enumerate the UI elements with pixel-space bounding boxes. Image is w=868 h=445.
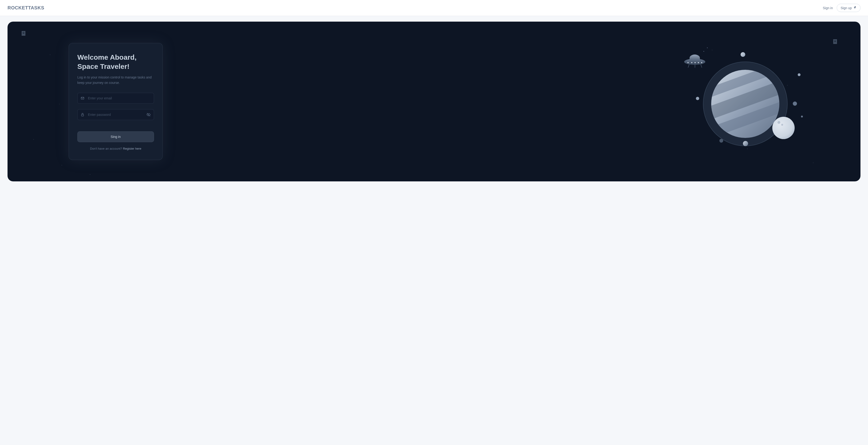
login-card: Welcome Aboard, Space Traveler! Log in t… xyxy=(69,43,163,160)
signin-submit-button[interactable]: Sing in xyxy=(78,131,154,142)
star-icon xyxy=(833,39,837,44)
star-icon xyxy=(813,163,813,163)
rocket-icon xyxy=(853,6,857,10)
main-container: Welcome Aboard, Space Traveler! Log in t… xyxy=(0,16,868,187)
planet-illustration xyxy=(696,50,799,153)
signup-button[interactable]: Sign up xyxy=(837,4,861,12)
mail-icon xyxy=(81,96,84,100)
register-prompt-text: Don't have an account? xyxy=(90,147,123,150)
password-input[interactable] xyxy=(78,109,154,120)
email-input-group xyxy=(78,93,154,104)
hero-section: Welcome Aboard, Space Traveler! Log in t… xyxy=(7,22,861,181)
register-link[interactable]: Register here xyxy=(123,147,141,150)
toggle-password-visibility-button[interactable] xyxy=(147,113,151,117)
app-logo[interactable]: ROCKETTASKS xyxy=(7,5,44,10)
ufo-illustration xyxy=(684,55,705,69)
signin-link[interactable]: Sign in xyxy=(823,6,833,10)
register-prompt: Don't have an account? Register here xyxy=(78,147,154,150)
star-icon xyxy=(50,55,50,55)
star-icon xyxy=(33,139,34,139)
app-header: ROCKETTASKS Sign in Sign up xyxy=(0,0,868,16)
signup-button-label: Sign up xyxy=(841,6,852,10)
login-subtitle: Log in to your mission control to manage… xyxy=(78,75,154,85)
password-input-group xyxy=(78,109,154,120)
lock-icon xyxy=(81,113,84,117)
star-icon xyxy=(59,104,60,104)
star-icon xyxy=(90,174,90,175)
star-icon xyxy=(62,165,62,165)
svg-rect-1 xyxy=(81,115,84,116)
login-title: Welcome Aboard, Space Traveler! xyxy=(78,53,154,71)
star-icon xyxy=(22,31,25,36)
eye-off-icon xyxy=(147,114,151,118)
email-input[interactable] xyxy=(78,93,154,104)
header-actions: Sign in Sign up xyxy=(823,4,861,12)
